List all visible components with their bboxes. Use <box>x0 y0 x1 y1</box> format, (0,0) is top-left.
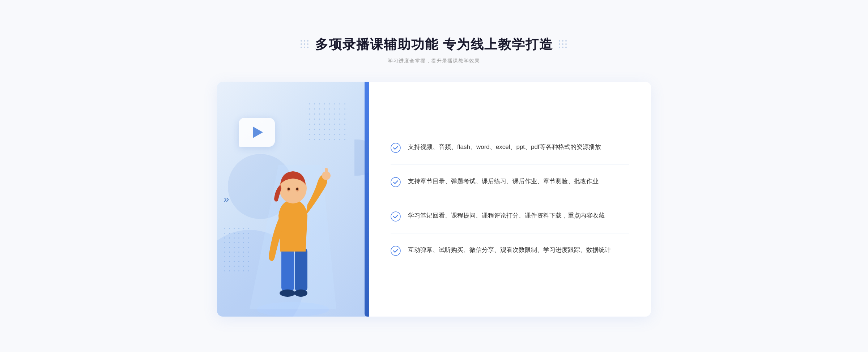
sub-title: 学习进度全掌握，提升录播课教学效果 <box>388 58 480 64</box>
svg-rect-2 <box>281 248 294 291</box>
feature-item-1: 支持视频、音频、flash、word、excel、ppt、pdf等各种格式的资源… <box>391 130 629 165</box>
page-wrapper: 多项录播课辅助功能 专为线上教学打造 学习进度全掌握，提升录播课教学效果 <box>217 36 651 317</box>
feature-item-3: 学习笔记回看、课程提问、课程评论打分、课件资料下载，重点内容收藏 <box>391 199 629 233</box>
svg-point-5 <box>294 289 307 297</box>
feature-item-2: 支持章节目录、弹题考试、课后练习、课后作业、章节测验、批改作业 <box>391 165 629 199</box>
check-icon-2 <box>391 177 401 187</box>
features-area: 支持视频、音频、flash、word、excel、ppt、pdf等各种格式的资源… <box>369 82 651 317</box>
svg-rect-12 <box>325 168 328 176</box>
svg-point-15 <box>391 212 400 221</box>
header-section: 多项录播课辅助功能 专为线上教学打造 学习进度全掌握，提升录播课教学效果 <box>301 36 567 64</box>
feature-text-2: 支持章节目录、弹题考试、课后练习、课后作业、章节测验、批改作业 <box>408 176 599 186</box>
check-icon-3 <box>391 211 401 222</box>
feature-text-3: 学习笔记回看、课程提问、课程评论打分、课件资料下载，重点内容收藏 <box>408 211 605 220</box>
feature-text-4: 互动弹幕、试听购买、微信分享、观看次数限制、学习进度跟踪、数据统计 <box>408 245 611 255</box>
svg-point-16 <box>391 246 400 256</box>
content-section: » <box>217 82 651 317</box>
check-icon-1 <box>391 143 401 153</box>
check-icon-4 <box>391 246 401 256</box>
illustration-area: » <box>217 82 369 317</box>
title-dots-right <box>559 40 567 49</box>
blue-bar-decoration <box>365 82 369 317</box>
feature-item-4: 互动弹幕、试听购买、微信分享、观看次数限制、学习进度跟踪、数据统计 <box>391 233 629 267</box>
svg-point-9 <box>288 188 290 190</box>
human-figure-illustration <box>242 129 344 317</box>
semi-circle-decoration <box>354 139 369 176</box>
svg-point-10 <box>296 188 298 190</box>
feature-text-1: 支持视频、音频、flash、word、excel、ppt、pdf等各种格式的资源… <box>408 142 601 152</box>
main-title: 多项录播课辅助功能 专为线上教学打造 <box>315 36 553 53</box>
chevron-left-icon: » <box>224 193 229 205</box>
title-row: 多项录播课辅助功能 专为线上教学打造 <box>301 36 567 53</box>
svg-point-13 <box>391 143 400 153</box>
svg-point-4 <box>280 289 295 297</box>
svg-rect-3 <box>295 248 307 291</box>
svg-point-14 <box>391 177 400 187</box>
title-dots-left <box>301 40 309 49</box>
